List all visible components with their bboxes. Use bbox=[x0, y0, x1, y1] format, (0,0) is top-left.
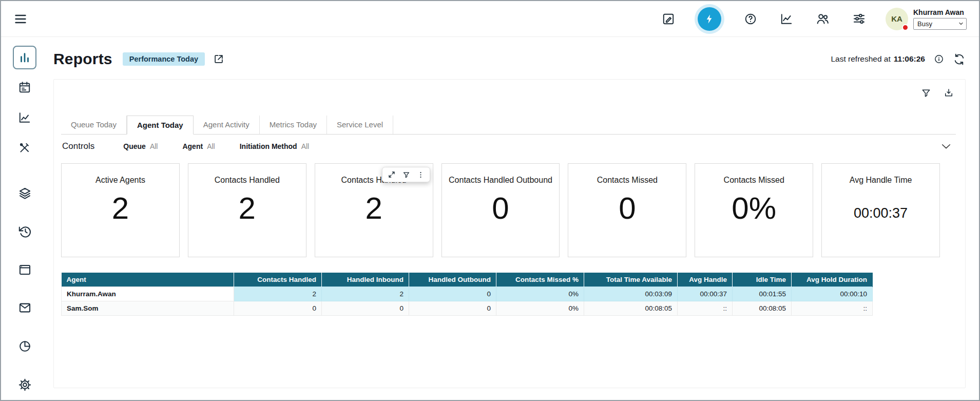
col-handled-outbound[interactable]: Handled Outbound bbox=[409, 273, 496, 287]
metric-cell: 00:00:37 bbox=[678, 287, 733, 301]
metric-cell: 0 bbox=[322, 301, 409, 316]
report-panel: Queue Today Agent Today Agent Activity M… bbox=[53, 79, 966, 388]
status-select[interactable]: Busy bbox=[913, 18, 967, 30]
col-idle-time[interactable]: Idle Time bbox=[733, 273, 792, 287]
filter-initiation-method-value: All bbox=[301, 142, 310, 150]
help-icon[interactable] bbox=[744, 12, 757, 26]
metric-cell: 00:08:05 bbox=[733, 301, 792, 316]
metric-cell: :: bbox=[792, 301, 873, 316]
kebab-menu-icon[interactable] bbox=[417, 171, 425, 179]
sidebar-item-mail[interactable] bbox=[13, 296, 36, 320]
col-contacts-missed-pct[interactable]: Contacts Missed % bbox=[496, 273, 584, 287]
avatar[interactable]: KA bbox=[886, 8, 908, 30]
hamburger-menu-icon[interactable] bbox=[13, 12, 28, 26]
users-icon[interactable] bbox=[816, 12, 830, 26]
kpi-value: 2 bbox=[188, 193, 306, 224]
controls-collapse-chevron-icon[interactable] bbox=[940, 141, 952, 152]
col-avg-handle[interactable]: Avg Handle bbox=[678, 273, 733, 287]
calendar-icon bbox=[18, 81, 31, 94]
filter-agent-label: Agent bbox=[182, 142, 203, 150]
sidebar-item-pie[interactable] bbox=[13, 335, 36, 358]
widget-filter-icon[interactable] bbox=[402, 171, 410, 179]
tab-agent-activity[interactable]: Agent Activity bbox=[194, 116, 260, 134]
refresh-icon[interactable] bbox=[953, 53, 966, 66]
filter-initiation-method-label: Initiation Method bbox=[240, 142, 297, 150]
sliders-icon[interactable] bbox=[852, 12, 866, 26]
kpi-label: Contacts Handled Outbound bbox=[442, 176, 560, 185]
layers-icon bbox=[18, 186, 32, 200]
filter-icon[interactable] bbox=[921, 88, 931, 98]
user-name: Khurram Awan bbox=[913, 8, 967, 16]
info-icon[interactable] bbox=[934, 54, 944, 64]
sidebar-item-analytics[interactable] bbox=[13, 106, 36, 129]
kpi-contacts-handled[interactable]: Contacts Handled 2 bbox=[188, 163, 306, 257]
kpi-avg-handle-time[interactable]: Avg Handle Time 00:00:37 bbox=[821, 163, 940, 257]
filter-agent-value: All bbox=[207, 142, 215, 150]
bar-chart-icon bbox=[18, 51, 31, 64]
col-contacts-handled[interactable]: Contacts Handled bbox=[234, 273, 322, 287]
tools-icon bbox=[18, 141, 31, 155]
main-content: Reports Performance Today Last refreshed… bbox=[48, 37, 979, 388]
metrics-chart-icon[interactable] bbox=[780, 12, 793, 26]
kpi-value: 0 bbox=[568, 193, 686, 224]
tab-agent-today[interactable]: Agent Today bbox=[127, 116, 194, 135]
page-header: Reports Performance Today Last refreshed… bbox=[53, 50, 966, 68]
filter-initiation-method[interactable]: Initiation Method All bbox=[240, 142, 310, 150]
app-window: KA Khurram Awan Busy bbox=[0, 0, 980, 401]
metric-cell: 00:08:05 bbox=[584, 301, 678, 316]
sidebar-item-tools[interactable] bbox=[13, 136, 36, 160]
status-select-value: Busy bbox=[917, 20, 932, 28]
tab-metrics-today[interactable]: Metrics Today bbox=[260, 116, 327, 134]
controls-filters: Queue All Agent All Initiation Method Al… bbox=[123, 142, 309, 150]
status-dot bbox=[902, 24, 909, 31]
sidebar-item-settings[interactable] bbox=[13, 373, 36, 396]
kpi-contacts-missed[interactable]: Contacts Missed 0 bbox=[568, 163, 686, 257]
user-block: KA Khurram Awan Busy bbox=[886, 8, 967, 30]
col-total-time-available[interactable]: Total Time Available bbox=[584, 273, 678, 287]
sidebar-item-reports[interactable] bbox=[13, 46, 36, 69]
metric-cell: 0 bbox=[409, 287, 496, 301]
kpi-value: 00:00:37 bbox=[822, 206, 939, 220]
kpi-label: Contacts Handled bbox=[188, 176, 306, 185]
pie-chart-icon bbox=[18, 339, 32, 353]
kpi-contacts-missed-pct[interactable]: Contacts Missed 0% bbox=[695, 163, 813, 257]
kpi-contacts-handled-inbound[interactable]: Contacts Handled 2 bbox=[315, 163, 433, 257]
notes-icon[interactable] bbox=[662, 12, 675, 26]
kpi-value: 0% bbox=[695, 193, 813, 224]
agent-name-cell: Khurram.Awan bbox=[62, 287, 234, 301]
controls-bar: Controls Queue All Agent All Initiation … bbox=[61, 141, 956, 152]
sidebar-item-history[interactable] bbox=[13, 220, 36, 243]
col-handled-inbound[interactable]: Handled Inbound bbox=[322, 273, 409, 287]
metric-cell: 2 bbox=[234, 287, 322, 301]
kpi-contacts-handled-outbound[interactable]: Contacts Handled Outbound 0 bbox=[441, 163, 560, 257]
col-agent[interactable]: Agent bbox=[62, 273, 234, 287]
table-row: Khurram.Awan 2 2 0 0% 00:03:09 00:00:37 … bbox=[62, 287, 873, 301]
tab-queue-today[interactable]: Queue Today bbox=[61, 116, 127, 134]
metric-cell: 0% bbox=[496, 301, 584, 316]
download-icon[interactable] bbox=[944, 88, 954, 98]
window-icon bbox=[18, 263, 32, 277]
report-tabs: Queue Today Agent Today Agent Activity M… bbox=[61, 116, 956, 135]
external-link-icon[interactable] bbox=[213, 53, 224, 65]
expand-icon[interactable] bbox=[388, 170, 396, 179]
sidebar-item-layers[interactable] bbox=[13, 181, 36, 205]
metric-cell: 0 bbox=[409, 301, 496, 316]
filter-agent[interactable]: Agent All bbox=[182, 142, 215, 150]
kpi-value: 2 bbox=[62, 193, 179, 224]
table-row: Sam.Som 0 0 0 0% 00:08:05 :: 00:08:05 :: bbox=[62, 301, 873, 316]
sidebar-item-schedule[interactable] bbox=[13, 76, 36, 100]
filter-queue[interactable]: Queue All bbox=[123, 142, 158, 150]
page-title: Reports bbox=[53, 50, 112, 68]
refresh-area: Last refreshed at 11:06:26 bbox=[831, 53, 966, 66]
tab-service-level[interactable]: Service Level bbox=[327, 116, 393, 134]
agent-name-cell: Sam.Som bbox=[62, 301, 234, 316]
kpi-active-agents[interactable]: Active Agents 2 bbox=[61, 163, 180, 257]
user-meta: Khurram Awan Busy bbox=[913, 8, 967, 30]
kpi-row: Active Agents 2 Contacts Handled 2 bbox=[61, 163, 940, 257]
last-refreshed-label: Last refreshed at bbox=[831, 54, 890, 64]
sidebar-item-window[interactable] bbox=[13, 258, 36, 282]
realtime-flash-icon[interactable] bbox=[698, 7, 721, 31]
col-avg-hold-duration[interactable]: Avg Hold Duration bbox=[792, 273, 873, 287]
table-header-row: Agent Contacts Handled Handled Inbound H… bbox=[62, 273, 873, 287]
history-icon bbox=[18, 224, 32, 238]
